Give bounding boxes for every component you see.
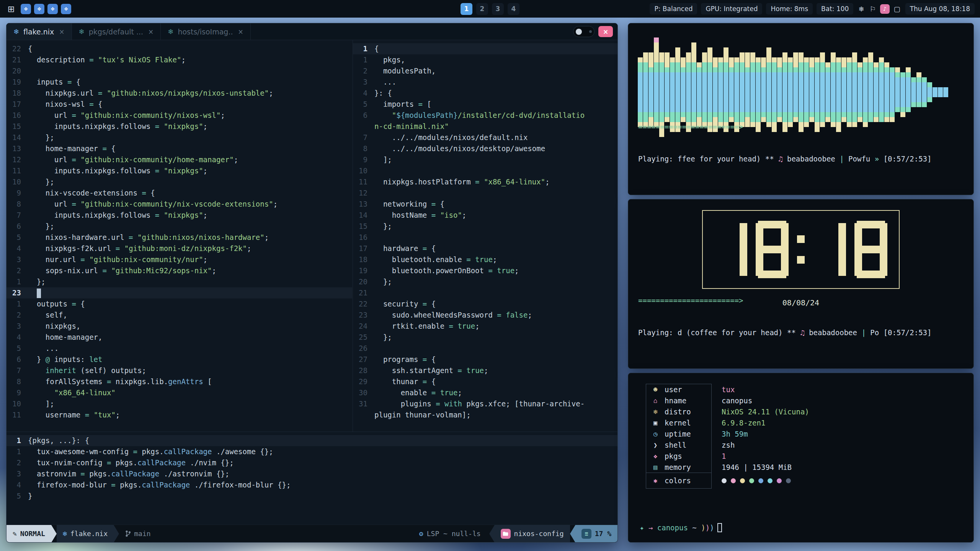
dock-item-1[interactable]: ❖	[21, 4, 31, 14]
code-line[interactable]: n-cd-minimal.nix"	[353, 121, 617, 132]
tag-3[interactable]: 3	[492, 3, 504, 15]
code-line[interactable]: 4 firefox-mod-blur = pkgs.callPackage ./…	[7, 479, 617, 491]
code-line[interactable]: 7 inputs.nixpkgs.follows = "nixpkgs";	[7, 210, 352, 221]
code-line[interactable]: 10 };	[7, 176, 352, 187]
code-line[interactable]: 5}	[7, 491, 617, 502]
code-line[interactable]: 5 imports = [	[353, 99, 617, 110]
code-line[interactable]: 4 home-manager,	[7, 332, 352, 343]
code-line[interactable]: 29 thunar = {	[353, 376, 617, 387]
code-line[interactable]: 19 bluetooth.powerOnBoot = true;	[353, 265, 617, 276]
code-line[interactable]: 2 sops-nix.url = "github:Mic92/sops-nix"…	[7, 265, 352, 276]
code-line[interactable]: 25 };	[353, 332, 617, 343]
code-line[interactable]: 9 nix-vscode-extensions = {	[7, 187, 352, 199]
code-line[interactable]: 2 tux-nvim-config = pkgs.callPackage ./n…	[7, 457, 617, 468]
pane-flake-nix[interactable]: 22{21 description = "tux's NixOS Flake";…	[7, 40, 352, 432]
code-line[interactable]: 1 };	[7, 276, 352, 287]
code-line[interactable]: plugin thunar-volman];	[353, 409, 617, 421]
code-line[interactable]: 6 "${modulesPath}/installer/cd-dvd/insta…	[353, 110, 617, 121]
code-line[interactable]: 7 ../../modules/nixos/default.nix	[353, 132, 617, 143]
clock-terminal[interactable]: 08/08/24 =======================> Playin…	[628, 199, 974, 369]
code-line[interactable]: 4}: {	[353, 88, 617, 99]
clock-chip[interactable]: Thu Aug 08, 18:18	[905, 3, 975, 15]
code-line[interactable]: 9 ];	[353, 154, 617, 165]
code-line[interactable]: 11 nixpkgs.hostPlatform = "x86_64-linux"…	[353, 176, 617, 187]
code-line[interactable]: 13 home-manager = {	[7, 143, 352, 154]
code-line[interactable]: 3 ...	[353, 77, 617, 88]
tag-2[interactable]: 2	[476, 3, 488, 15]
code-line[interactable]: 3 astronvim = pkgs.callPackage ./astronv…	[7, 468, 617, 479]
tab-pkgs-default[interactable]: ❄ pkgs/default ... ×	[72, 23, 161, 40]
code-line[interactable]: 22{	[7, 43, 352, 54]
tag-1[interactable]: 1	[461, 3, 472, 15]
window-close-button[interactable]: ×	[598, 26, 613, 37]
pane-iso-image[interactable]: 1{1 pkgs,2 modulesPath,3 ...4}: {5 impor…	[353, 40, 617, 432]
code-line[interactable]: 24 rtkit.enable = true;	[353, 321, 617, 332]
media-badge-icon[interactable]: ♪	[880, 4, 890, 14]
code-line[interactable]: 20 };	[353, 276, 617, 287]
code-line[interactable]: 9 "x86_64-linux"	[7, 387, 352, 398]
code-line[interactable]: 3 nixpkgs,	[7, 321, 352, 332]
code-line[interactable]: 23 sudo.wheelNeedsPassword = false;	[353, 310, 617, 321]
code-line[interactable]: 14 hostName = "iso";	[353, 210, 617, 221]
launcher-icon[interactable]: ⊞	[5, 4, 17, 14]
code-line[interactable]: 10	[353, 165, 617, 176]
tag-4[interactable]: 4	[508, 3, 519, 15]
code-line[interactable]: 3 nur.url = "github:nix-community/nur";	[7, 254, 352, 265]
code-line[interactable]: 1 outputs = {	[7, 298, 352, 310]
code-line[interactable]: 14 };	[7, 132, 352, 143]
code-line[interactable]: 7 inherit (self) outputs;	[7, 365, 352, 376]
code-line[interactable]: 21	[353, 287, 617, 298]
dock-item-2[interactable]: ❖	[34, 4, 44, 14]
code-line[interactable]: 23	[7, 287, 352, 298]
code-line[interactable]: 11 username = "tux";	[7, 409, 352, 421]
code-line[interactable]: 20	[7, 65, 352, 77]
code-line[interactable]: 18 bluetooth.enable = true;	[353, 254, 617, 265]
tab-hosts-isoimage[interactable]: ❄ hosts/isoImag.. ×	[161, 23, 250, 40]
flag-icon[interactable]: ⚐	[868, 5, 877, 13]
code-line[interactable]: 11 inputs.nixpkgs.follows = "nixpkgs";	[7, 165, 352, 176]
code-line[interactable]: 1 tux-awesome-wm-config = pkgs.callPacka…	[7, 446, 617, 457]
code-line[interactable]: 15 };	[353, 221, 617, 232]
tab-flake-nix[interactable]: ❄ flake.nix ×	[7, 23, 72, 40]
code-line[interactable]: 21 description = "tux's NixOS Flake";	[7, 54, 352, 65]
code-line[interactable]: 8 url = "github:nix-community/nix-vscode…	[7, 199, 352, 210]
code-line[interactable]: 4 nixpkgs-f2k.url = "github:moni-dz/nixp…	[7, 243, 352, 254]
code-line[interactable]: 2 self,	[7, 310, 352, 321]
code-line[interactable]: 17 nixos-wsl = {	[7, 99, 352, 110]
code-line[interactable]: 22 security = {	[353, 298, 617, 310]
code-line[interactable]: 12 url = "github:nix-community/home-mana…	[7, 154, 352, 165]
code-line[interactable]: 27 programs = {	[353, 354, 617, 365]
code-line[interactable]: 6 } @ inputs: let	[7, 354, 352, 365]
layout-toggle-button[interactable]	[573, 26, 595, 37]
editor-window[interactable]: ❄ flake.nix × ❄ pkgs/default ... × ❄ hos…	[6, 23, 618, 543]
code-line[interactable]: 30 enable = true;	[353, 387, 617, 398]
tab-close-icon[interactable]: ×	[58, 28, 64, 36]
fetch-terminal[interactable]: ☻usertux⌂hnamecanopus❄distroNixOS 24.11 …	[628, 373, 974, 543]
code-line[interactable]: 1{pkgs, ...}: {	[7, 435, 617, 446]
code-line[interactable]: 31 plugins = with pkgs.xfce; [thunar-arc…	[353, 398, 617, 409]
code-line[interactable]: 19 inputs = {	[7, 77, 352, 88]
code-line[interactable]: 28 ssh.startAgent = true;	[353, 365, 617, 376]
code-line[interactable]: 10 ];	[7, 398, 352, 409]
tab-close-icon[interactable]: ×	[147, 28, 154, 36]
code-line[interactable]: 17 hardware = {	[353, 243, 617, 254]
code-line[interactable]: 1{	[353, 43, 617, 54]
code-line[interactable]: 5 nixos-hardware.url = "github:nixos/nix…	[7, 232, 352, 243]
code-line[interactable]: 15 inputs.nixpkgs.follows = "nixpkgs";	[7, 121, 352, 132]
dock-item-3[interactable]: ❖	[47, 4, 58, 14]
tab-close-icon[interactable]: ×	[237, 28, 243, 36]
code-line[interactable]: 16 url = "github:nix-community/nixos-wsl…	[7, 110, 352, 121]
nix-icon[interactable]: ❄	[857, 5, 865, 13]
code-line[interactable]: 8 forAllSystems = nixpkgs.lib.genAttrs [	[7, 376, 352, 387]
screenshot-icon[interactable]: ▢	[893, 5, 902, 13]
code-line[interactable]: 2 modulesPath,	[353, 65, 617, 77]
code-line[interactable]: 1 pkgs,	[353, 54, 617, 65]
code-line[interactable]: 5 ...	[7, 343, 352, 354]
code-line[interactable]: 16	[353, 232, 617, 243]
code-line[interactable]: 12	[353, 187, 617, 199]
dock-item-4[interactable]: ❖	[61, 4, 71, 14]
shell-prompt[interactable]: ✦ → canopus ~ )))	[640, 523, 722, 532]
pane-pkgs-default[interactable]: 1{pkgs, ...}: {1 tux-awesome-wm-config =…	[7, 432, 617, 525]
visualizer-terminal[interactable]: =======================> Playing: ffee f…	[628, 23, 974, 195]
code-line[interactable]: 13 networking = {	[353, 199, 617, 210]
